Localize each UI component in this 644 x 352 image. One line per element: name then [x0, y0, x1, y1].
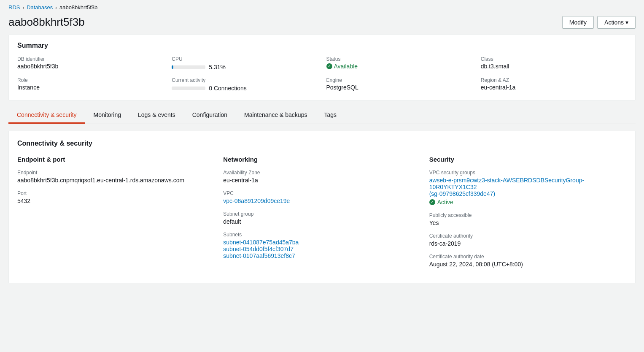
class-label: Class: [481, 56, 627, 62]
chevron-icon-2: ›: [55, 5, 57, 10]
endpoint-item: Endpoint aabo8bkhrt5f3b.cnpmqriqsof1.eu-…: [17, 170, 215, 184]
breadcrumb: RDS › Databases › aabo8bkhrt5f3b: [0, 0, 644, 13]
vpc-item: VPC vpc-06a891209d09ce19e: [223, 190, 420, 204]
vpc-label: VPC: [223, 190, 420, 196]
page-title: aabo8bkhrt5f3b: [8, 16, 85, 29]
tab-monitoring[interactable]: Monitoring: [85, 107, 129, 124]
active-icon: [429, 199, 435, 205]
vpc-sg-item: VPC security groups awseb-e-prsm9cwtz3-s…: [429, 170, 627, 206]
subnet-group-item: Subnet group default: [223, 211, 420, 225]
engine-item: Engine PostgreSQL: [326, 77, 472, 92]
tab-configuration[interactable]: Configuration: [184, 107, 236, 124]
actions-label: Actions: [604, 19, 624, 26]
region-value: eu-central-1a: [481, 84, 627, 91]
port-value: 5432: [17, 198, 215, 204]
status-text: Available: [334, 63, 358, 70]
current-activity-item: Current activity 0 Connections: [172, 77, 318, 92]
tab-logs[interactable]: Logs & events: [129, 107, 184, 124]
modify-button[interactable]: Modify: [562, 16, 594, 29]
db-identifier-label: DB identifier: [17, 56, 163, 62]
status-label: Status: [326, 56, 472, 62]
breadcrumb-current: aabo8bkhrt5f3b: [59, 4, 97, 11]
networking-heading: Networking: [223, 156, 420, 163]
connectivity-section-title: Connectivity & security: [17, 140, 627, 147]
cpu-bar: [172, 65, 205, 69]
publicly-accessible-item: Publicly accessible Yes: [429, 212, 627, 226]
connections-bar-container: 0 Connections: [172, 85, 318, 92]
endpoint-value: aabo8bkhrt5f3b.cnpmqriqsof1.eu-central-1…: [17, 177, 215, 184]
publicly-accessible-label: Publicly accessible: [429, 212, 627, 218]
engine-label: Engine: [326, 77, 472, 83]
security-column: Security VPC security groups awseb-e-prs…: [429, 156, 627, 274]
publicly-accessible-value: Yes: [429, 219, 627, 226]
connectivity-grid: Endpoint & port Endpoint aabo8bkhrt5f3b.…: [17, 156, 627, 274]
endpoint-port-heading: Endpoint & port: [17, 156, 215, 163]
actions-button[interactable]: Actions ▾: [597, 16, 636, 29]
role-value: Instance: [17, 84, 163, 91]
cpu-item: CPU 5.31%: [172, 56, 318, 70]
vpc-sg-link[interactable]: awseb-e-prsm9cwtz3-stack-AWSEBRDSDBSecur…: [429, 177, 584, 197]
engine-value: PostgreSQL: [326, 84, 472, 91]
az-value: eu-central-1a: [223, 177, 420, 184]
subnet2-link[interactable]: subnet-054dd0f5f4cf307d7: [223, 246, 294, 252]
vpc-link[interactable]: vpc-06a891209d09ce19e: [223, 198, 290, 204]
region-item: Region & AZ eu-central-1a: [481, 77, 627, 92]
cpu-value: 5.31%: [209, 64, 226, 70]
security-heading: Security: [429, 156, 627, 163]
port-label: Port: [17, 190, 215, 196]
connectivity-section: Connectivity & security Endpoint & port …: [8, 131, 636, 283]
db-identifier-value: aabo8bkhrt5f3b: [17, 63, 163, 70]
subnets-label: Subnets: [223, 232, 420, 238]
summary-title: Summary: [17, 42, 627, 49]
endpoint-port-column: Endpoint & port Endpoint aabo8bkhrt5f3b.…: [17, 156, 215, 274]
subnet3-link[interactable]: subnet-0107aaf56913ef8c7: [223, 252, 295, 259]
cert-authority-date-item: Certificate authority date August 22, 20…: [429, 254, 627, 268]
endpoint-label: Endpoint: [17, 170, 215, 176]
cert-authority-date-label: Certificate authority date: [429, 254, 627, 260]
role-item: Role Instance: [17, 77, 163, 92]
class-value: db.t3.small: [481, 63, 627, 70]
vpc-sg-label: VPC security groups: [429, 170, 627, 176]
chevron-icon: ›: [22, 5, 24, 10]
az-item: Availability Zone eu-central-1a: [223, 170, 420, 184]
tab-connectivity[interactable]: Connectivity & security: [8, 107, 85, 124]
cert-authority-item: Certificate authority rds-ca-2019: [429, 233, 627, 247]
db-identifier-item: DB identifier aabo8bkhrt5f3b: [17, 56, 163, 70]
page-header: aabo8bkhrt5f3b Modify Actions ▾: [0, 13, 644, 35]
status-available-icon: [326, 63, 332, 69]
cert-authority-label: Certificate authority: [429, 233, 627, 239]
connections-bar: [172, 87, 205, 90]
cert-authority-value: rds-ca-2019: [429, 240, 627, 247]
subnet-group-value: default: [223, 218, 420, 225]
class-item: Class db.t3.small: [481, 56, 627, 70]
cpu-label: CPU: [172, 56, 318, 62]
tab-tags[interactable]: Tags: [315, 107, 345, 124]
summary-card: Summary DB identifier aabo8bkhrt5f3b CPU…: [8, 35, 636, 100]
role-label: Role: [17, 77, 163, 83]
breadcrumb-rds[interactable]: RDS: [8, 4, 20, 11]
status-value: Available: [326, 63, 472, 70]
active-label: Active: [437, 199, 453, 206]
summary-grid: DB identifier aabo8bkhrt5f3b CPU 5.31% S…: [17, 56, 627, 92]
status-item: Status Available: [326, 56, 472, 70]
connections-value: 0 Connections: [209, 85, 247, 92]
subnets-item: Subnets subnet-041087e75ad45a7ba subnet-…: [223, 232, 420, 259]
active-status: Active: [429, 199, 627, 206]
dropdown-icon: ▾: [625, 19, 628, 26]
cpu-bar-fill: [172, 65, 173, 69]
current-activity-label: Current activity: [172, 77, 318, 83]
az-label: Availability Zone: [223, 170, 420, 176]
cpu-bar-container: 5.31%: [172, 64, 318, 70]
subnet-group-label: Subnet group: [223, 211, 420, 217]
tab-maintenance[interactable]: Maintenance & backups: [236, 107, 315, 124]
region-label: Region & AZ: [481, 77, 627, 83]
cert-authority-date-value: August 22, 2024, 08:08 (UTC+8:00): [429, 261, 627, 268]
port-item: Port 5432: [17, 190, 215, 204]
subnet1-link[interactable]: subnet-041087e75ad45a7ba: [223, 239, 299, 246]
networking-column: Networking Availability Zone eu-central-…: [223, 156, 420, 274]
breadcrumb-databases[interactable]: Databases: [27, 4, 53, 11]
header-actions: Modify Actions ▾: [562, 16, 636, 29]
tabs-container: Connectivity & security Monitoring Logs …: [8, 107, 636, 124]
